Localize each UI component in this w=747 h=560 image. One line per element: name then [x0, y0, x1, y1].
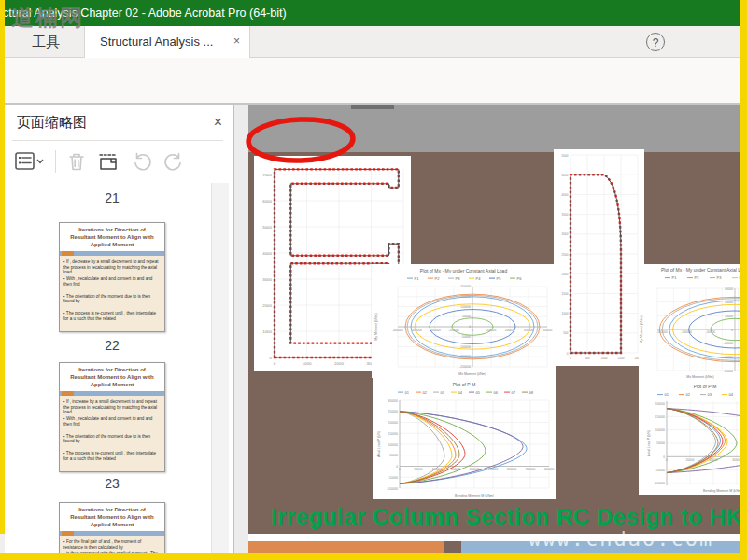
y-axis-label: Axial Load P (kN): [377, 431, 381, 457]
thumb-bullet: The process is re-current until , then i…: [63, 311, 161, 321]
svg-text:P5: P5: [497, 276, 502, 281]
svg-text:-60000: -60000: [724, 370, 733, 373]
svg-text:5000: 5000: [262, 225, 272, 230]
svg-text:-100000: -100000: [387, 487, 398, 491]
svg-text:θ1: θ1: [405, 390, 410, 395]
svg-text:0: 0: [666, 458, 668, 462]
panel-toolbar-separator: [55, 150, 56, 173]
footer-box-orange: [248, 541, 444, 553]
y-axis-ticks: 200000150000100000500000-50000-100000: [654, 402, 665, 486]
svg-text:-50000: -50000: [655, 469, 665, 472]
chart-legend: P1P2P3P4P5P6: [407, 276, 522, 281]
svg-text:250000: 250000: [388, 410, 398, 413]
thumb-bullet: The process is re-current until , then i…: [63, 451, 161, 461]
svg-text:0: 0: [472, 329, 473, 332]
tab-document-label: Structural Analysis ...: [100, 35, 213, 49]
site-watermark-cn: 道楠网: [11, 3, 84, 33]
thumb-bullet: If , increase by a small decrement to an…: [63, 399, 161, 415]
svg-text:400000: 400000: [544, 468, 555, 471]
svg-text:θ6: θ6: [494, 390, 499, 395]
svg-text:P2: P2: [695, 275, 700, 280]
frame-right: [740, 0, 747, 560]
thumb-label-23[interactable]: 23: [59, 476, 165, 491]
y-axis-label: My Moment (kNm): [374, 313, 378, 341]
svg-text:P1: P1: [672, 275, 678, 280]
help-icon[interactable]: ?: [646, 33, 665, 51]
svg-text:2000: 2000: [334, 361, 344, 366]
tab-close-icon[interactable]: ×: [233, 26, 240, 57]
chart-title: Plot of P-M: [694, 384, 717, 389]
panel-title: 页面缩略图: [17, 114, 87, 130]
svg-text:2500: 2500: [561, 253, 568, 257]
svg-text:200000: 200000: [388, 421, 398, 425]
thumb-label-21[interactable]: 21: [59, 190, 165, 205]
svg-text:0: 0: [731, 329, 733, 332]
y-axis-ticks: 5000450040003500300025002000150010005000: [561, 154, 568, 356]
svg-text:P4: P4: [476, 276, 482, 281]
svg-text:200000: 200000: [505, 329, 515, 332]
svg-text:0: 0: [399, 468, 401, 471]
svg-text:7000: 7000: [262, 173, 272, 177]
chart-mx-my-right-and-pm-right: Plot of Mx - My under Constant Axial Loa…: [639, 264, 740, 495]
document-pane[interactable]: 70006000500040003000200010000 0100020003…: [248, 105, 740, 553]
svg-text:-400000: -400000: [392, 329, 403, 332]
thumbnail-page-24[interactable]: Iterations for Direction of Resultant Mo…: [59, 502, 165, 553]
thumb-slide-accent-chip: [62, 531, 74, 536]
main-area: 页面缩略图 × 21 Iterations for Directi: [5, 105, 740, 553]
svg-text:θ5: θ5: [476, 390, 481, 395]
thumbnail-page-22[interactable]: Iterations for Direction of Resultant Mo…: [59, 222, 165, 332]
svg-text:100000: 100000: [460, 305, 471, 309]
svg-text:100000: 100000: [388, 443, 398, 447]
panel-close-icon[interactable]: ×: [214, 114, 222, 131]
svg-text:1000: 1000: [303, 361, 312, 366]
tab-document[interactable]: Structural Analysis ... ×: [84, 26, 250, 58]
svg-text:0: 0: [570, 357, 571, 360]
delete-pages-icon: [64, 149, 89, 174]
thumb-slide-accent-chip: [62, 391, 74, 396]
svg-text:5000: 5000: [561, 154, 568, 158]
thumbnail-page-23[interactable]: Iterations for Direction of Resultant Mo…: [59, 362, 165, 472]
svg-text:-100000: -100000: [459, 345, 471, 349]
thumb-slide-accent-bar: [60, 251, 164, 256]
thumb-slide-accent-chip: [62, 251, 74, 256]
svg-text:50000: 50000: [656, 441, 665, 445]
svg-text:-100000: -100000: [654, 482, 665, 485]
frame-bottom: [0, 553, 747, 560]
thumb-slide-body: For the final pair of and , the moment o…: [60, 536, 164, 553]
site-watermark: www.cndao.com: [529, 527, 713, 551]
svg-text:0: 0: [663, 455, 665, 459]
thumb-label-22[interactable]: 22: [59, 338, 165, 353]
svg-text:2000: 2000: [262, 303, 272, 308]
title-bar: ctural Analysis Chapter 02 - Adobe Acrob…: [0, 0, 740, 26]
svg-text:P3: P3: [456, 276, 461, 281]
insert-pages-icon[interactable]: [96, 149, 120, 174]
y-axis-label: My Moment (kNm): [640, 315, 643, 343]
svg-text:3000: 3000: [262, 277, 272, 282]
svg-text:P2: P2: [435, 276, 441, 281]
x-axis-ticks: -400000-300000-200000-100000010000020000…: [392, 329, 552, 332]
svg-text:θ4: θ4: [458, 390, 463, 395]
svg-text:500: 500: [563, 331, 569, 335]
svg-text:1500: 1500: [617, 357, 624, 360]
svg-text:4000: 4000: [561, 193, 568, 197]
svg-text:1500: 1500: [561, 292, 568, 296]
svg-text:θ1: θ1: [665, 392, 669, 397]
thumb-slide-accent-bar: [60, 391, 164, 396]
chart-title: Plot of Mx - My under Constant Axial Loa…: [661, 267, 740, 273]
panel-scrollbar[interactable]: [211, 183, 229, 553]
svg-text:0: 0: [396, 465, 398, 469]
thumb-bullet: The orientation of the moment due to is …: [63, 434, 161, 444]
view-options-icon[interactable]: [14, 149, 38, 174]
chart-rounded-section: 5000450040003500300025002000150010005000…: [554, 149, 644, 366]
svg-text:4500: 4500: [561, 174, 568, 177]
svg-text:6000: 6000: [262, 199, 272, 203]
y-axis-label: Axial Load P (kN): [647, 430, 651, 456]
svg-text:-100000: -100000: [681, 330, 692, 334]
chart-legend: P1P2P3P4P5P6: [665, 275, 740, 280]
section-outline: [571, 175, 621, 353]
svg-text:θ3: θ3: [708, 392, 712, 397]
svg-text:50000: 50000: [389, 454, 398, 457]
chart-legend: θ1θ2θ3θ4θ5θ6θ7θ8: [657, 392, 740, 397]
svg-text:0: 0: [270, 356, 273, 360]
svg-text:150000: 150000: [451, 468, 461, 471]
